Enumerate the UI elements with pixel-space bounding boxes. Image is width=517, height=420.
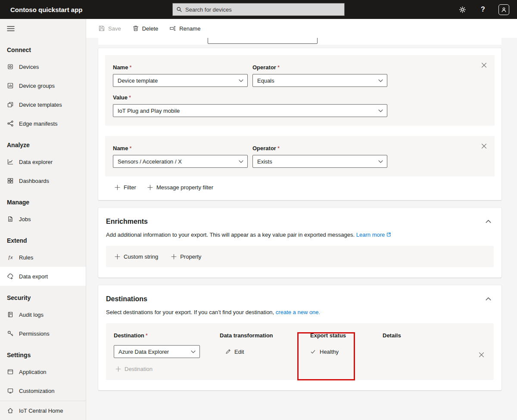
destinations-description-text: Select destinations for your export. If … [106, 309, 274, 315]
rename-button[interactable]: Rename [169, 25, 200, 32]
save-label: Save [108, 25, 121, 32]
sidebar-item-dashboards[interactable]: Dashboards [0, 171, 86, 190]
gear-icon [459, 6, 466, 13]
sidebar-item-iot-central-home[interactable]: IoT Central Home [0, 401, 86, 420]
filter-value-dropdown[interactable]: IoT Plug and Play mobile [113, 104, 387, 117]
add-message-property-filter-button[interactable]: Message property filter [147, 184, 213, 191]
close-icon [481, 62, 487, 68]
filter-name-dropdown[interactable]: Device template [113, 74, 248, 87]
device-templates-icon [7, 101, 14, 108]
device-groups-icon [7, 82, 14, 89]
search-icon [176, 6, 182, 12]
enrichments-title: Enrichments [106, 217, 494, 226]
sidebar-item-label: Devices [19, 64, 39, 70]
sidebar-item-application[interactable]: Application [0, 362, 86, 381]
filter-actions-row: Filter Message property filter [105, 184, 495, 191]
add-destination-button[interactable]: Destination [115, 366, 153, 372]
destination-column-header: Destination* [114, 332, 220, 339]
filter-operator-dropdown[interactable]: Exists [252, 155, 387, 168]
sidebar-item-label: Jobs [19, 216, 31, 222]
add-filter-button[interactable]: Filter [115, 184, 136, 191]
chevron-down-icon [239, 79, 243, 82]
required-asterisk: * [129, 94, 131, 101]
device-search-box[interactable] [172, 3, 345, 16]
add-property-button[interactable]: Property [171, 253, 201, 260]
filters-card: Name* Device template Operator* Equals [98, 48, 501, 200]
filter-operator-dropdown[interactable]: Equals [252, 74, 387, 87]
sidebar-item-permissions[interactable]: Permissions [0, 324, 86, 343]
plus-icon [115, 254, 120, 259]
help-button[interactable]: ? [474, 0, 492, 19]
dropdown-value: Device template [118, 77, 158, 84]
edit-transformation-button[interactable]: Edit [225, 349, 244, 355]
add-custom-string-label: Custom string [124, 253, 158, 260]
save-icon [98, 25, 105, 32]
pencil-icon [225, 349, 231, 355]
value-field-label: Value* [113, 94, 387, 101]
data-export-icon [7, 273, 14, 280]
sidebar-item-jobs[interactable]: Jobs [0, 210, 86, 229]
status-label: Healthy [320, 349, 339, 355]
sidebar-item-device-templates[interactable]: Device templates [0, 95, 86, 114]
data-explorer-icon [7, 158, 14, 165]
account-avatar-button[interactable] [495, 0, 513, 19]
sidebar: Connect Devices Device groups [0, 19, 86, 420]
sidebar-item-data-explorer[interactable]: Data explorer [0, 152, 86, 171]
remove-filter-button[interactable] [478, 59, 489, 71]
enrichments-actions-panel: Custom string Property [106, 246, 494, 267]
learn-more-link[interactable]: Learn more [356, 232, 385, 238]
hamburger-menu-button[interactable] [0, 19, 86, 38]
filter-name-dropdown[interactable]: Sensors / Acceleration / X [113, 155, 248, 168]
jobs-icon [7, 216, 14, 222]
export-status-column-header: Export status [310, 332, 383, 339]
application-icon [7, 368, 14, 375]
sidebar-item-data-export[interactable]: Data export [0, 267, 86, 286]
required-asterisk: * [277, 145, 280, 151]
dropdown-value: Equals [257, 77, 274, 84]
sidebar-section-security: Security [0, 286, 86, 305]
topbar-actions: ? [453, 0, 513, 19]
sidebar-item-edge-manifests[interactable]: Edge manifests [0, 114, 86, 133]
delete-label: Delete [142, 25, 159, 32]
add-custom-string-button[interactable]: Custom string [115, 253, 158, 260]
operator-field-label: Operator* [252, 64, 387, 71]
sidebar-section-extend: Extend [0, 229, 86, 248]
sidebar-item-rules[interactable]: ƒx Rules [0, 248, 86, 267]
sidebar-item-label: IoT Central Home [19, 408, 63, 414]
sidebar-item-audit-logs[interactable]: Audit logs [0, 305, 86, 324]
svg-text:ƒx: ƒx [8, 255, 13, 260]
destination-dropdown[interactable]: Azure Data Explorer [114, 345, 200, 358]
data-transformation-column-header: Data transformation [220, 332, 310, 339]
save-button[interactable]: Save [98, 25, 121, 32]
customization-icon [7, 387, 14, 394]
sidebar-item-device-groups[interactable]: Device groups [0, 76, 86, 95]
name-field-label: Name* [113, 145, 248, 152]
clipped-dropdown[interactable] [208, 38, 318, 44]
destination-row: Azure Data Explorer Edit [114, 345, 486, 358]
collapse-enrichments-button[interactable] [483, 216, 494, 226]
delete-button[interactable]: Delete [132, 25, 159, 32]
remove-filter-button[interactable] [478, 140, 489, 151]
sidebar-item-label: Customization [19, 388, 54, 394]
sidebar-item-label: Dashboards [19, 178, 49, 184]
destination-column-headers: Destination* Data transformation Export … [114, 332, 486, 339]
add-message-property-filter-label: Message property filter [156, 184, 213, 191]
scroll-content: Name* Device template Operator* Equals [86, 38, 517, 420]
audit-logs-icon [7, 311, 14, 318]
sidebar-item-label: Permissions [19, 330, 50, 337]
plus-icon [115, 185, 120, 190]
create-new-destination-link[interactable]: create a new one. [276, 309, 320, 315]
chevron-down-icon [378, 160, 383, 163]
remove-destination-button[interactable] [476, 349, 487, 360]
plus-icon [147, 185, 153, 190]
chevron-down-icon [378, 109, 383, 112]
sidebar-section-analyze: Analyze [0, 133, 86, 152]
edit-label: Edit [234, 349, 244, 355]
search-input[interactable] [185, 6, 341, 13]
collapse-destinations-button[interactable] [483, 294, 494, 303]
sidebar-item-devices[interactable]: Devices [0, 57, 86, 76]
settings-gear-button[interactable] [453, 0, 471, 19]
add-destination-label: Destination [125, 366, 153, 372]
sidebar-item-customization[interactable]: Customization [0, 381, 86, 400]
sidebar-section-connect: Connect [0, 38, 86, 57]
